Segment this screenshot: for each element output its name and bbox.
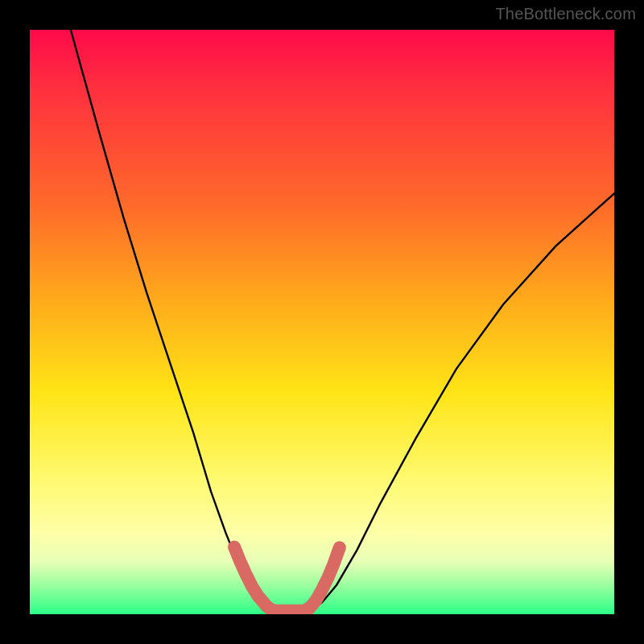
pink-trough-right [304, 547, 340, 610]
plot-area [30, 30, 614, 614]
right-curve [310, 193, 614, 610]
watermark-text: TheBottleneck.com [495, 5, 636, 23]
pink-trough-left [234, 547, 275, 611]
curve-layer [30, 30, 614, 614]
chart-stage: TheBottleneck.com [0, 0, 644, 644]
left-curve [71, 30, 272, 611]
